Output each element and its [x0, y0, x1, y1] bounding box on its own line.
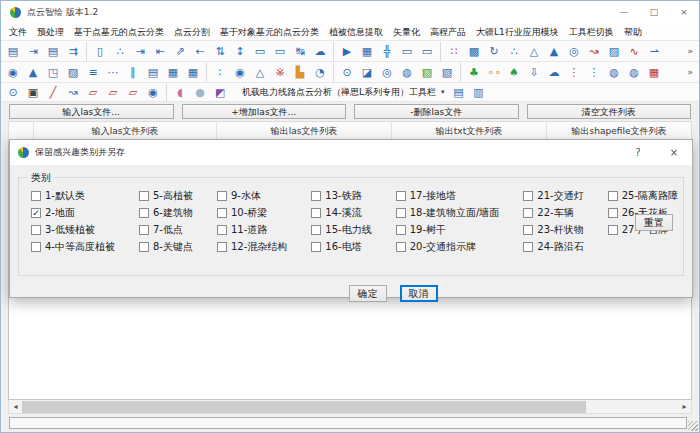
category-checkbox[interactable]: 3-低矮植被 — [31, 221, 115, 238]
magnifier-icon[interactable]: ⊙ — [333, 63, 357, 82]
magnifier-icon[interactable]: ⊙ — [3, 84, 23, 101]
menu-segmentation[interactable]: 点云分割 — [169, 23, 215, 41]
doc2-icon[interactable]: ▭ — [270, 42, 290, 61]
table-icon[interactable]: ▦ — [163, 63, 183, 82]
rotate-view2-icon[interactable]: ▱ — [103, 84, 123, 101]
sample-points-icon[interactable]: ∷ — [440, 42, 464, 61]
folder-icon[interactable]: ▤ — [43, 42, 63, 61]
category-checkbox[interactable]: 25-隔离路障 — [608, 187, 678, 204]
rotate-icon[interactable]: ↻ — [484, 42, 504, 61]
cloud-icon[interactable]: ☁ — [310, 42, 330, 61]
doc-icon[interactable]: ▭ — [250, 42, 270, 61]
rotate-view3-icon[interactable]: ▱ — [123, 84, 143, 101]
category-checkbox[interactable]: 5-高植被 — [139, 187, 193, 204]
category-checkbox[interactable]: 21-交通灯 — [523, 187, 583, 204]
toolbar-overflow-chevron[interactable]: » — [687, 67, 697, 77]
terrain-icon[interactable]: ▨ — [63, 63, 83, 82]
classify-icon[interactable]: ※ — [270, 63, 290, 82]
cancel-button[interactable]: 取消 — [400, 285, 438, 302]
category-checkbox[interactable]: 4-中等高度植被 — [31, 238, 115, 255]
select-grid-icon[interactable]: ▩ — [464, 42, 484, 61]
add-las-button[interactable]: +增加las文件... — [182, 104, 347, 119]
layers-icon[interactable]: ≡ — [83, 63, 103, 82]
batch-open-icon[interactable]: ⇉ — [63, 42, 83, 61]
palette-icon[interactable]: ◖ — [166, 84, 190, 101]
clear-list-button[interactable]: 清空文件列表 — [527, 104, 692, 119]
bar-chart-icon[interactable]: ▙ — [290, 63, 310, 82]
category-checkbox[interactable]: 6-建筑物 — [139, 204, 193, 221]
dialog-close-button[interactable]: × — [656, 140, 692, 165]
category-checkbox[interactable]: 7-低点 — [139, 221, 193, 238]
category-checkbox[interactable]: 20-交通指示牌 — [396, 238, 500, 255]
swap-icon[interactable]: ↹ — [290, 42, 310, 61]
dialog-help-button[interactable]: ? — [620, 140, 656, 165]
toolbar-selector[interactable]: 机载电力线路点云分析（禅思L系列专用）工具栏 ▾ — [238, 84, 449, 100]
rings-icon[interactable]: ∘∘ — [484, 63, 504, 82]
pie-icon[interactable]: ◔ — [310, 63, 330, 82]
cone-icon[interactable]: ▲ — [23, 63, 43, 82]
panel2-icon[interactable]: ▭ — [417, 42, 437, 61]
triangle-outline-icon[interactable]: △ — [250, 63, 270, 82]
panel-icon[interactable]: ▭ — [397, 42, 417, 61]
header-input-las-list[interactable]: 输入las文件列表 — [34, 122, 217, 140]
category-checkbox[interactable]: 2-地面 — [31, 204, 115, 221]
open-file-icon[interactable]: ▤ — [3, 42, 23, 61]
texture-icon[interactable]: ▨ — [604, 42, 624, 61]
horizontal-scrollbar[interactable]: ◂ ▸ — [8, 400, 692, 414]
rotate-view-icon[interactable]: ▱ — [83, 84, 103, 101]
plane-icon[interactable]: ⇀ — [644, 42, 664, 61]
trash-icon[interactable]: ▯ — [86, 42, 110, 61]
globe-icon[interactable]: ◍ — [604, 63, 624, 82]
menu-vegetation-extract[interactable]: 植被信息提取 — [324, 23, 388, 41]
trees-icon[interactable]: ♠ — [504, 63, 524, 82]
file-import-icon[interactable]: ⇥ — [130, 42, 150, 61]
target-icon[interactable]: ◎ — [564, 42, 584, 61]
profile-icon[interactable]: ∿ — [624, 42, 644, 61]
import-file-icon[interactable]: ⇥ — [23, 42, 43, 61]
cube-icon[interactable]: ▣ — [23, 84, 43, 101]
category-checkbox[interactable]: 12-混杂结构 — [217, 238, 287, 255]
segments-icon[interactable]: ⋯ — [103, 63, 123, 82]
scroll-left-icon[interactable]: ◂ — [9, 401, 22, 413]
cloud-download-icon[interactable]: ☁ — [544, 63, 564, 82]
resize-grip[interactable] — [688, 421, 698, 431]
scrollbar-thumb[interactable] — [22, 401, 586, 413]
orbit-icon[interactable]: ◉ — [143, 84, 163, 101]
doc-click-icon[interactable]: ◪ — [357, 63, 377, 82]
report-doc-icon[interactable]: ▥ — [469, 84, 489, 101]
file-export-icon[interactable]: ⇤ — [150, 42, 170, 61]
menu-dji-l1-module[interactable]: 大疆L1行业应用模块 — [471, 23, 564, 41]
clip-box-icon[interactable]: ◳ — [43, 63, 63, 82]
minimize-button[interactable]: — — [609, 1, 639, 23]
input-las-button[interactable]: 输入las文件... — [9, 104, 174, 119]
category-checkbox[interactable]: 23-杆状物 — [523, 221, 583, 238]
measure-line-icon[interactable]: ╱ — [43, 84, 63, 101]
doc-grid-icon[interactable]: ▤ — [143, 63, 163, 82]
category-checkbox[interactable]: 1-默认类 — [31, 187, 115, 204]
curve-icon[interactable]: ↝ — [584, 42, 604, 61]
scroll-right-icon[interactable]: ▸ — [678, 401, 691, 413]
crosshair-icon[interactable]: ╬ — [377, 42, 397, 61]
toolbar-overflow-chevron[interactable]: » — [687, 46, 697, 56]
menu-elevation-products[interactable]: 高程产品 — [425, 23, 471, 41]
file-back-icon[interactable]: ⇠ — [190, 42, 210, 61]
target2-icon[interactable]: ◉ — [230, 63, 250, 82]
waveform-icon[interactable]: ∥ — [123, 63, 143, 82]
dots-icon[interactable]: ∶ — [206, 63, 230, 82]
menu-object-primitive-classify[interactable]: 基于对象基元的点云分类 — [215, 23, 324, 41]
category-checkbox[interactable]: 18-建筑物立面/墙面 — [396, 204, 500, 221]
category-checkbox[interactable]: 15-电力线 — [311, 221, 371, 238]
menu-vectorize[interactable]: 矢量化 — [388, 23, 425, 41]
triangle-icon[interactable]: △ — [524, 42, 544, 61]
list-blue-icon[interactable]: ⋮ — [584, 63, 604, 82]
menu-help[interactable]: 帮助 — [619, 23, 647, 41]
preview-doc-icon[interactable]: ▤ — [449, 84, 469, 101]
split-icon[interactable]: ↕ — [230, 42, 250, 61]
header-output-shapefile-list[interactable]: 输出shapefile文件列表 — [547, 122, 691, 140]
close-button[interactable]: × — [669, 1, 699, 23]
category-checkbox[interactable]: 24-路沿石 — [523, 238, 583, 255]
category-checkbox[interactable]: 16-电塔 — [311, 238, 371, 255]
category-checkbox[interactable]: 19-树干 — [396, 221, 500, 238]
download-icon[interactable]: ⇩ — [524, 63, 544, 82]
category-checkbox[interactable]: 17-接地塔 — [396, 187, 500, 204]
